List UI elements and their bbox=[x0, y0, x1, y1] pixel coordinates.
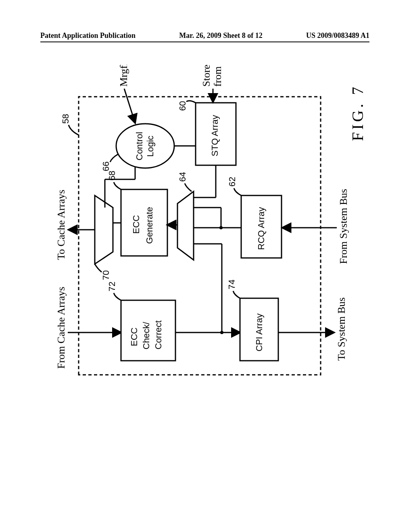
ecc-gen-l1: ECC bbox=[131, 215, 141, 234]
label-to-bus: To System Bus bbox=[336, 297, 347, 361]
ref-72: 72 bbox=[107, 282, 117, 291]
header-right: US 2009/0083489 A1 bbox=[306, 31, 369, 40]
ctrl-l1: Control bbox=[134, 132, 144, 160]
ref-66: 66 bbox=[101, 162, 111, 171]
mux-70 bbox=[95, 195, 113, 264]
ecc-check-l3: Correct bbox=[153, 320, 163, 349]
ecc-gen-l2: Generate bbox=[144, 207, 154, 244]
arrow-mrgflow bbox=[124, 89, 135, 123]
figure-7-diagram: 58 From Cache Arrays To Cache Arrays ECC… bbox=[48, 71, 377, 393]
mux-64 bbox=[177, 191, 194, 260]
ctrl-l2: Logic bbox=[145, 135, 155, 157]
ref-58: 58 bbox=[60, 114, 71, 124]
page: Patent Application Publication Mar. 26, … bbox=[0, 0, 413, 532]
ref-70: 70 bbox=[101, 270, 111, 280]
diagram-svg: 58 From Cache Arrays To Cache Arrays ECC… bbox=[48, 64, 371, 393]
header-left: Patent Application Publication bbox=[40, 31, 136, 40]
ecc-check-l2: Check/ bbox=[141, 322, 151, 349]
page-header: Patent Application Publication Mar. 26, … bbox=[40, 31, 369, 42]
rcq-label: RCQ Array bbox=[256, 207, 266, 250]
header-mid: Mar. 26, 2009 Sheet 8 of 12 bbox=[179, 31, 262, 40]
figure-label: FIG. 7 bbox=[348, 85, 367, 141]
label-store-data2: from Core bbox=[212, 64, 223, 87]
label-to-cache: To Cache Arrays bbox=[55, 190, 67, 260]
cpi-label: CPI Array bbox=[254, 314, 264, 351]
label-from-bus: From System Bus bbox=[338, 189, 349, 264]
label-mrgflow: Mrgflow_ctl bbox=[118, 64, 129, 87]
ref-62: 62 bbox=[227, 177, 237, 187]
ref-74: 74 bbox=[227, 280, 237, 289]
ecc-check-l1: ECC bbox=[129, 327, 139, 346]
label-store-data1: Store Data bbox=[200, 64, 212, 87]
label-from-cache: From Cache Arrays bbox=[55, 287, 67, 369]
ref-60: 60 bbox=[177, 101, 188, 111]
stq-label: STQ Array bbox=[210, 115, 220, 156]
ref-64: 64 bbox=[177, 172, 188, 182]
